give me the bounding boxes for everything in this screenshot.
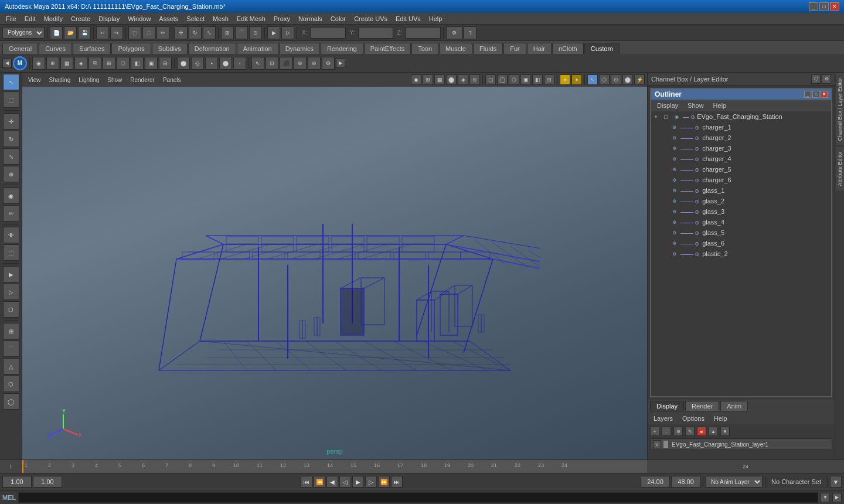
shelf-tab-muscle[interactable]: Muscle [439, 43, 472, 54]
shelf-tab-fluids[interactable]: Fluids [473, 43, 503, 54]
undo-btn[interactable]: ↩ [96, 26, 109, 39]
outliner-menu-show[interactable]: Show [684, 101, 707, 110]
render-settings-btn[interactable]: ▶ [3, 266, 19, 282]
layer-move-down-btn[interactable]: ▼ [720, 427, 730, 436]
shelf-tab-painteffects[interactable]: PaintEffects [364, 43, 411, 54]
vp-menu-show[interactable]: Show [104, 76, 125, 84]
vp-icon-10[interactable]: ⊙ [611, 74, 621, 85]
snap-point-btn[interactable]: ⊙ [249, 26, 262, 39]
outliner-item-glass4[interactable]: ⚙ —— o glass_4 [651, 217, 831, 227]
go-to-end-btn[interactable]: ⏭ [391, 476, 403, 488]
shelf-tab-surfaces[interactable]: Surfaces [73, 43, 111, 54]
save-scene-btn[interactable]: 💾 [78, 26, 91, 39]
shelf-btn-19[interactable]: ⊚ [294, 57, 307, 70]
mel-execute-btn[interactable]: ▶ [832, 493, 842, 502]
scale-tool-btn[interactable]: ⤡ [3, 148, 19, 165]
mel-input-field[interactable] [18, 492, 818, 503]
step-back-btn[interactable]: ◀ [326, 476, 338, 488]
play-forward-btn[interactable]: ▶ [352, 476, 364, 488]
next-key-btn[interactable]: ⏩ [378, 476, 390, 488]
vp-icon-6[interactable]: ⊙ [469, 74, 480, 85]
shelf-tab-general[interactable]: General [2, 43, 38, 54]
lasso-btn[interactable]: ◌ [142, 26, 155, 39]
snap-grid-btn[interactable]: ⊞ [221, 26, 234, 39]
cb-tab-display[interactable]: Display [650, 401, 684, 411]
shelf-btn-18[interactable]: ⬛ [280, 57, 292, 70]
vp-icon-wireframe[interactable]: ▢ [485, 74, 496, 85]
vp-icon-5[interactable]: ◈ [458, 74, 468, 85]
outliner-max-btn[interactable]: □ [812, 91, 819, 98]
outliner-item-glass3[interactable]: ⚙ —— o glass_3 [651, 206, 831, 217]
curve-display-btn[interactable]: ⌒ [3, 340, 19, 357]
outliner-item-charger4[interactable]: ⚙ —— o charger_4 [651, 154, 831, 164]
help-btn[interactable]: ? [464, 26, 477, 39]
outliner-item-charger6[interactable]: ⚙ —— o charger_6 [651, 175, 831, 185]
shelf-left-arrow[interactable]: ◀ [2, 59, 12, 68]
vp-menu-view[interactable]: View [25, 76, 45, 84]
shelf-btn-9[interactable]: ▣ [145, 57, 158, 70]
shelf-tab-toon[interactable]: Toon [411, 43, 438, 54]
shelf-btn-3[interactable]: ▦ [60, 57, 73, 70]
go-to-start-btn[interactable]: ⏮ [301, 476, 312, 488]
cb-sub-options[interactable]: Options [679, 414, 708, 423]
vp-icon-flat[interactable]: ▣ [520, 74, 531, 85]
outliner-item-charger3[interactable]: ⚙ —— o charger_3 [651, 143, 831, 154]
redo-btn[interactable]: ↪ [110, 26, 123, 39]
vp-icon-11[interactable]: ⬤ [622, 74, 633, 85]
menu-color[interactable]: Color [327, 14, 349, 23]
menu-proxy[interactable]: Proxy [270, 14, 294, 23]
menu-mesh[interactable]: Mesh [209, 14, 232, 23]
shelf-btn-13[interactable]: ▪ [205, 57, 218, 70]
outliner-item-glass6[interactable]: ⚙ —— o glass_6 [651, 238, 831, 248]
shelf-btn-10[interactable]: ⊟ [159, 57, 172, 70]
layer-color-btn[interactable]: ■ [697, 427, 706, 436]
vp-icon-8[interactable]: ⊟ [544, 74, 554, 85]
step-forward-btn[interactable]: ▷ [365, 476, 377, 488]
shelf-btn-5[interactable]: ⧉ [89, 57, 101, 70]
rotate-btn[interactable]: ↻ [189, 26, 202, 39]
vp-icon-2[interactable]: ⊞ [423, 74, 433, 85]
outliner-item-charger1[interactable]: ⚙ —— o charger_1 [651, 122, 831, 132]
menu-create[interactable]: Create [67, 14, 94, 23]
coord-z[interactable] [406, 27, 441, 39]
vp-menu-panels[interactable]: Panels [159, 76, 185, 84]
layer-row-1[interactable]: V EVgo_Fast_Charging_Station_layer1 [650, 438, 832, 450]
vp-light-1[interactable]: ● [560, 74, 570, 85]
outliner-item-glass5[interactable]: ⚙ —— o glass_5 [651, 227, 831, 238]
layer-edit-btn[interactable]: ✎ [685, 427, 695, 436]
soft-select-btn[interactable]: ◉ [3, 188, 19, 204]
shelf-tab-subdivs[interactable]: Subdivs [152, 43, 188, 54]
rotate-tool-btn[interactable]: ↻ [3, 131, 19, 147]
shelf-btn-16[interactable]: ↖ [251, 57, 264, 70]
range-end-display[interactable]: 48.00 [671, 476, 700, 488]
cb-settings-btn[interactable]: ⚙ [822, 74, 831, 84]
menu-edit-uvs[interactable]: Edit UVs [392, 14, 424, 23]
render-btn[interactable]: ▶ [267, 26, 280, 39]
shelf-tab-ncloth[interactable]: nCloth [552, 43, 584, 54]
vp-icon-textured[interactable]: ⬡ [509, 74, 519, 85]
menu-display[interactable]: Display [95, 14, 123, 23]
shelf-btn-17[interactable]: ⊡ [266, 57, 278, 70]
move-tool-btn[interactable]: ✛ [3, 113, 19, 130]
shelf-tab-animation[interactable]: Animation [237, 43, 278, 54]
menu-create-uvs[interactable]: Create UVs [350, 14, 391, 23]
outliner-min-btn[interactable]: _ [804, 91, 811, 98]
shelf-btn-14[interactable]: ⬤ [219, 57, 232, 70]
polygon-display-btn[interactable]: △ [3, 358, 19, 374]
vp-icon-3[interactable]: ▦ [434, 74, 445, 85]
outliner-item-glass2[interactable]: ⚙ —— o glass_2 [651, 196, 831, 206]
shelf-tab-curves[interactable]: Curves [39, 43, 72, 54]
outliner-item-charger2[interactable]: ⚙ —— o charger_2 [651, 132, 831, 143]
shelf-right-arrow[interactable]: ▶ [336, 59, 345, 68]
outliner-content[interactable]: ▼ □ ◉ — o EVgo_Fast_Charging_Station ⚙ —… [651, 111, 831, 396]
shelf-btn-12[interactable]: ◎ [191, 57, 204, 70]
select-btn[interactable]: ⬚ [128, 26, 141, 39]
cb-sub-layers[interactable]: Layers [650, 414, 676, 423]
mel-history-btn[interactable]: ▼ [821, 493, 830, 502]
cb-tab-render[interactable]: Render [685, 401, 719, 411]
layer-options-btn[interactable]: ⚙ [673, 427, 683, 436]
vp-icon-9[interactable]: ⬡ [599, 74, 610, 85]
menu-file[interactable]: File [2, 14, 20, 23]
cb-expand-btn[interactable]: ⬡ [811, 74, 821, 84]
layer-visibility-btn[interactable]: V [653, 440, 661, 448]
